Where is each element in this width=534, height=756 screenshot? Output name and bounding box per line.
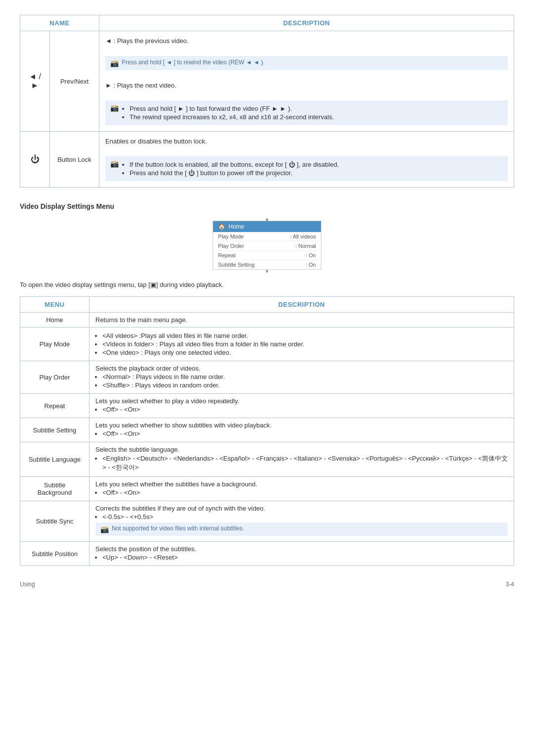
subtitle-setting-label: Subtitle Setting bbox=[218, 262, 255, 268]
prev-plays-text: ◄ : Plays the previous video. bbox=[105, 37, 508, 45]
desc-col-header: DESCRIPTION bbox=[89, 297, 514, 313]
menu-subtitle-background: Subtitle Background bbox=[20, 477, 89, 501]
note-icon3: 📸 bbox=[110, 160, 119, 168]
desc-repeat: Lets you select whether to play a video … bbox=[89, 394, 514, 418]
menu-play-mode: Play Mode bbox=[20, 328, 89, 361]
prev-next-icon: ◄ / ► bbox=[20, 31, 50, 132]
menu-preview-header: 🏠 Home bbox=[213, 221, 321, 232]
subtitle-setting-value: : On bbox=[306, 262, 316, 268]
button-lock-list: If the button lock is enabled, all the b… bbox=[122, 161, 339, 177]
list-item: The rewind speed increases to x2, x4, x8… bbox=[130, 113, 334, 121]
top-table-name-header: NAME bbox=[20, 15, 99, 31]
subtitle-background-text: Lets you select whether the subtitles ha… bbox=[95, 480, 508, 488]
menu-row: Play Mode : All videos bbox=[213, 232, 321, 241]
menu-play-order: Play Order bbox=[20, 361, 89, 394]
rewind-note-text: Press and hold [ ◄ ] to rewind the video… bbox=[122, 59, 265, 66]
section-title: Video Display Settings Menu bbox=[20, 202, 514, 210]
play-order-text: Selects the playback order of videos. bbox=[95, 365, 508, 372]
table-row: Play Mode <All videos> :Plays all video … bbox=[20, 328, 514, 361]
list-item: <English> - <Deutsch> - <Nederlands> - <… bbox=[102, 454, 508, 472]
desc-subtitle-position: Selects the position of the subtitles. <… bbox=[89, 542, 514, 566]
list-item: <Off> - <On> bbox=[102, 430, 508, 437]
subtitle-sync-note-text: Not supported for video files with inter… bbox=[112, 525, 244, 532]
desc-play-order: Selects the playback order of videos. <N… bbox=[89, 361, 514, 394]
note-icon2: 📸 bbox=[110, 104, 119, 112]
rewind-note: 📸 Press and hold [ ◄ ] to rewind the vid… bbox=[105, 56, 508, 70]
list-item: If the button lock is enabled, all the b… bbox=[130, 161, 339, 168]
settings-table: MENU DESCRIPTION Home Returns to the mai… bbox=[20, 296, 514, 566]
menu-preview-area: ▲ 🏠 Home Play Mode : All videos Play Ord… bbox=[20, 216, 514, 274]
desc-subtitle-language: Selects the subtitle language. <English>… bbox=[89, 442, 514, 477]
table-row: ⏻ Button Lock Enables or disables the bu… bbox=[20, 132, 514, 188]
power-icon-cell: ⏻ bbox=[20, 132, 50, 188]
open-text: To open the video display settings menu,… bbox=[20, 281, 514, 288]
table-row: Subtitle Position Selects the position o… bbox=[20, 542, 514, 566]
table-row: Home Returns to the main menu page. bbox=[20, 313, 514, 328]
menu-repeat: Repeat bbox=[20, 394, 89, 418]
table-row: Play Order Selects the playback order of… bbox=[20, 361, 514, 394]
list-item: <One video> : Plays only one selected vi… bbox=[102, 349, 508, 356]
subtitle-position-text: Selects the position of the subtitles. bbox=[95, 545, 508, 553]
note-icon: 📸 bbox=[110, 59, 119, 67]
fastforward-note: 📸 Press and hold [ ► ] to fast forward t… bbox=[105, 100, 508, 125]
list-item: <Up> - <Down> - <Reset> bbox=[102, 554, 508, 561]
menu-row: Repeat : On bbox=[213, 251, 321, 260]
list-item: <Off> - <On> bbox=[102, 489, 508, 496]
button-lock-name: Button Lock bbox=[50, 132, 99, 188]
prev-next-table: NAME DESCRIPTION ◄ / ► Prev/Next ◄ : Pla… bbox=[20, 15, 514, 188]
menu-subtitle-setting: Subtitle Setting bbox=[20, 418, 89, 442]
table-row: Subtitle Language Selects the subtitle l… bbox=[20, 442, 514, 477]
fastforward-list: Press and hold [ ► ] to fast forward the… bbox=[122, 105, 334, 121]
note-icon4: 📸 bbox=[100, 525, 109, 533]
desc-home: Returns to the main menu page. bbox=[89, 313, 514, 328]
footer: Using 3-4 bbox=[20, 581, 514, 588]
triangle-bottom: ▼ bbox=[265, 269, 269, 274]
desc-play-mode: <All videos> :Plays all video files in f… bbox=[89, 328, 514, 361]
list-item: <Off> - <On> bbox=[102, 406, 508, 413]
button-lock-desc: Enables or disables the button lock. 📸 I… bbox=[99, 132, 514, 188]
play-order-value: : Normal bbox=[295, 243, 316, 249]
top-table-desc-header: DESCRIPTION bbox=[99, 15, 514, 31]
play-mode-value: : All videos bbox=[290, 234, 316, 239]
play-order-label: Play Order bbox=[218, 243, 244, 249]
home-icon: 🏠 bbox=[218, 223, 225, 230]
menu-subtitle-language: Subtitle Language bbox=[20, 442, 89, 477]
button-lock-note: 📸 If the button lock is enabled, all the… bbox=[105, 156, 508, 181]
button-lock-text: Enables or disables the button lock. bbox=[105, 138, 508, 145]
subtitle-sync-text: Corrects the subtitles if they are out o… bbox=[95, 505, 508, 512]
prev-next-desc: ◄ : Plays the previous video. 📸 Press an… bbox=[99, 31, 514, 132]
menu-col-header: MENU bbox=[20, 297, 89, 313]
desc-subtitle-sync: Corrects the subtitles if they are out o… bbox=[89, 501, 514, 542]
list-item: <Normal> : Plays videos in file name ord… bbox=[102, 373, 508, 380]
menu-subtitle-position: Subtitle Position bbox=[20, 542, 89, 566]
subtitle-language-text: Selects the subtitle language. bbox=[95, 446, 508, 453]
table-row: Repeat Lets you select whether to play a… bbox=[20, 394, 514, 418]
play-mode-label: Play Mode bbox=[218, 234, 244, 239]
list-item: Press and hold the [ ⏻ ] button to power… bbox=[130, 169, 339, 177]
footer-left: Using bbox=[20, 581, 35, 588]
list-item: <Shuffle> : Plays videos in random order… bbox=[102, 381, 508, 389]
subtitle-setting-text: Lets you select whether to show subtitle… bbox=[95, 422, 508, 429]
table-row: ◄ / ► Prev/Next ◄ : Plays the previous v… bbox=[20, 31, 514, 132]
desc-subtitle-setting: Lets you select whether to show subtitle… bbox=[89, 418, 514, 442]
table-row: Subtitle Sync Corrects the subtitles if … bbox=[20, 501, 514, 542]
footer-right: 3-4 bbox=[506, 581, 514, 588]
list-item: <All videos> :Plays all video files in f… bbox=[102, 332, 508, 339]
desc-subtitle-background: Lets you select whether the subtitles ha… bbox=[89, 477, 514, 501]
home-label: Home bbox=[228, 223, 244, 230]
next-plays-text: ► : Plays the next video. bbox=[105, 82, 508, 89]
repeat-value: : On bbox=[306, 252, 316, 258]
menu-preview-box: 🏠 Home Play Mode : All videos Play Order… bbox=[213, 221, 321, 270]
table-row: Subtitle Setting Lets you select whether… bbox=[20, 418, 514, 442]
subtitle-sync-note: 📸 Not supported for video files with int… bbox=[95, 522, 508, 536]
repeat-text: Lets you select whether to play a video … bbox=[95, 397, 508, 405]
menu-home: Home bbox=[20, 313, 89, 328]
repeat-label: Repeat bbox=[218, 252, 235, 258]
menu-row: Subtitle Setting : On bbox=[213, 260, 321, 269]
list-item: <Videos in folder> : Plays all video fil… bbox=[102, 340, 508, 348]
list-item: <-0.5s> - <+0.5s> bbox=[102, 513, 508, 520]
table-row: Subtitle Background Lets you select whet… bbox=[20, 477, 514, 501]
list-item: Press and hold [ ► ] to fast forward the… bbox=[130, 105, 334, 112]
prev-next-name: Prev/Next bbox=[50, 31, 99, 132]
menu-subtitle-sync: Subtitle Sync bbox=[20, 501, 89, 542]
